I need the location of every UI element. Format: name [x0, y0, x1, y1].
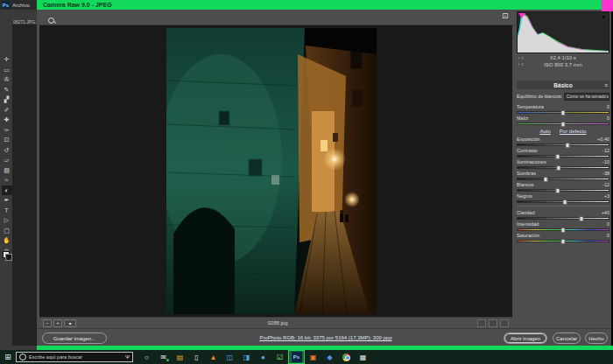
slider-track[interactable]	[517, 111, 609, 114]
panel-menu-icon[interactable]: ≡	[604, 82, 608, 88]
slider-row: Intensidad0	[517, 220, 609, 232]
exif-aperture-shutter: f/2,4 1/10 s	[517, 54, 609, 61]
marquee-tool[interactable]: ▭	[2, 65, 12, 75]
open-image-button[interactable]: Abrir imagen	[504, 332, 547, 344]
taskbar-app-blue1-icon[interactable]: ◫	[222, 350, 238, 364]
windows-taskbar: ⊞ Escribe aquí para buscar Ψ ○✉▤▯▲◫◨●☑Ps…	[0, 350, 613, 364]
brush-tool[interactable]: ✑	[2, 125, 12, 136]
exif-info: f/2,4 1/10 s ISO 800 3,7 mm	[517, 54, 609, 69]
swap-views-icon[interactable]	[489, 319, 497, 327]
slider-track[interactable]	[517, 240, 609, 242]
filename-label: 0288.jpg	[78, 320, 477, 326]
slider-track[interactable]	[517, 200, 609, 203]
mic-icon[interactable]: Ψ	[125, 354, 130, 360]
taskbar-explorer-icon[interactable]: ▤	[172, 350, 188, 364]
highlight-clipping-indicator[interactable]	[601, 14, 607, 20]
slider-track[interactable]	[517, 189, 609, 192]
taskbar-photoshop-icon[interactable]: Ps	[288, 350, 305, 364]
auto-default-links: Auto Por defecto	[517, 126, 609, 136]
fullscreen-toggle-icon[interactable]: ⊡	[502, 11, 509, 20]
clone-stamp-tool[interactable]: ⊡	[2, 135, 12, 145]
history-brush-tool[interactable]: ↺	[2, 145, 12, 156]
slider-row: Negros+3	[517, 192, 609, 204]
photoshop-tile-icon: Ps	[292, 352, 302, 362]
photoshop-logo-icon: Ps	[2, 1, 10, 9]
lasso-tool[interactable]: ✇	[2, 74, 12, 85]
taskbar-mail-icon[interactable]: ✉	[155, 350, 172, 364]
done-button[interactable]: Hecho	[585, 332, 608, 344]
white-balance-row: Equilibrio de blancos: Como se ha tomado…	[517, 91, 609, 102]
slider-knob[interactable]	[563, 200, 567, 205]
exif-iso-focal: ISO 800 3,7 mm	[517, 61, 609, 68]
taskbar-photos-icon[interactable]: ▦	[355, 350, 371, 364]
slider-track[interactable]	[517, 144, 609, 146]
shape-tool[interactable]: ▢	[2, 226, 12, 236]
view-settings-icon[interactable]	[500, 319, 509, 327]
window-title: Camera Raw 9.0 - JPEG	[43, 2, 112, 8]
taskbar-app-orange-icon[interactable]: ▣	[305, 350, 321, 364]
viewer-status-bar: − + ▾ 0288.jpg	[39, 317, 512, 328]
taskbar-app-blue2-icon[interactable]: ◨	[238, 350, 255, 364]
taskbar-app-diamond-icon[interactable]: ◆	[321, 350, 338, 364]
taskbar-chrome-icon[interactable]	[338, 350, 355, 364]
taskbar-vlc-icon[interactable]: ▲	[205, 350, 222, 364]
quick-selection-tool[interactable]: ✎	[2, 85, 12, 95]
eyedropper-tool[interactable]: ✐	[2, 105, 12, 116]
crop-tool[interactable]: ▞	[2, 94, 12, 105]
histogram[interactable]	[517, 11, 609, 53]
zoom-out-button[interactable]: −	[43, 319, 52, 327]
save-image-button[interactable]: Guardar imagen...	[42, 332, 107, 344]
shadow-clipping-indicator[interactable]	[518, 13, 525, 18]
taskbar-notepad-icon[interactable]: ▯	[188, 350, 205, 364]
cancel-button[interactable]: Cancelar	[553, 332, 581, 344]
slider-row: Matiz0	[517, 115, 609, 126]
auto-link[interactable]: Auto	[539, 129, 550, 134]
photo-preview[interactable]	[166, 28, 377, 314]
notification-badge	[166, 359, 169, 361]
menu-archivo[interactable]: Archivo	[12, 3, 30, 8]
start-button[interactable]: ⊞	[0, 350, 16, 364]
blur-tool[interactable]: ≈	[2, 175, 12, 186]
hand-tool[interactable]: ✋	[2, 235, 12, 246]
slider-knob[interactable]	[561, 122, 566, 127]
move-tool[interactable]: ✛	[2, 54, 12, 65]
slider-row: Blancos-12	[517, 181, 609, 192]
slider-row: Iluminaciones-10	[517, 158, 609, 170]
type-tool[interactable]: T	[2, 206, 12, 216]
slider-track[interactable]	[517, 178, 609, 180]
gradient-tool[interactable]: ▨	[2, 165, 12, 176]
default-link[interactable]: Por defecto	[560, 129, 587, 134]
before-after-view-icon[interactable]	[477, 319, 486, 327]
pen-tool[interactable]: ✒	[2, 195, 12, 206]
white-balance-value: Como se ha tomado	[567, 94, 606, 99]
slider-knob[interactable]	[561, 239, 566, 244]
zoom-in-button[interactable]: +	[53, 319, 62, 327]
slider-row: Temperatura0	[517, 103, 609, 115]
camera-raw-titlebar[interactable]: Camera Raw 9.0 - JPEG	[37, 0, 613, 10]
slider-track[interactable]	[517, 166, 609, 169]
eraser-tool[interactable]: ▱	[2, 155, 12, 165]
slider-row: Sombras-38	[517, 170, 609, 181]
path-selection-tool[interactable]: ▷	[2, 215, 12, 226]
basic-panel-title: Básico	[553, 82, 572, 88]
taskbar-search[interactable]: Escribe aquí para buscar Ψ	[16, 352, 133, 362]
slider-track[interactable]	[517, 155, 609, 158]
panel-divider	[517, 206, 609, 206]
zoom-level-select[interactable]: ▾	[64, 319, 76, 327]
taskbar-apps: ○✉▤▯▲◫◨●☑Ps▣◆▦	[138, 350, 371, 364]
slider-track[interactable]	[517, 228, 609, 231]
background-color-swatch[interactable]	[5, 254, 12, 261]
color-swatches[interactable]	[3, 251, 11, 260]
healing-brush-tool[interactable]: ✚	[2, 115, 12, 125]
photoshop-canvas	[12, 24, 37, 346]
photoshop-toolbar: ✛▭✇✎▞✐✚✑⊡↺▱▨≈◐✒T▷▢✋⊙	[1, 54, 12, 256]
dodge-tool[interactable]: ◐	[2, 186, 12, 196]
slider-track[interactable]	[517, 217, 609, 220]
chrome-logo-icon	[342, 354, 350, 361]
white-balance-select[interactable]: Como se ha tomado ∨	[564, 93, 609, 101]
taskbar-todo-icon[interactable]: ☑	[271, 350, 288, 364]
taskbar-edge-icon[interactable]: ●	[255, 350, 271, 364]
slider-track[interactable]	[517, 122, 609, 125]
taskbar-cortana-icon[interactable]: ○	[138, 350, 155, 364]
workflow-options-link[interactable]: ProPhoto RGB; 16 bit; 3375 por 5164 (17,…	[194, 335, 457, 340]
